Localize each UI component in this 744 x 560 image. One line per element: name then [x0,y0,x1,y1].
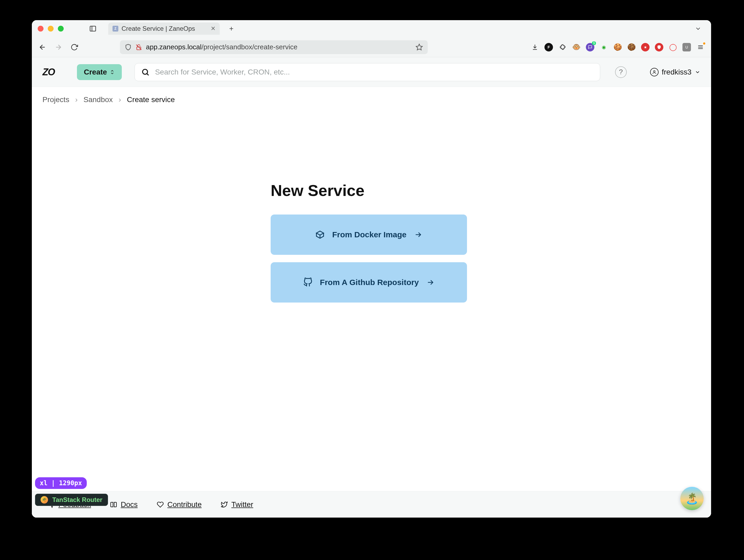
chevron-right-icon: › [75,95,77,104]
option-github-card[interactable]: From A Github Repository [271,262,467,303]
tab-title: Create Service | ZaneOps [121,25,208,32]
new-tab-button[interactable]: + [227,25,236,33]
floating-chat-avatar[interactable]: 🏝️ [680,487,704,510]
extension-icon[interactable] [655,43,663,51]
shield-icon [125,44,132,51]
svg-rect-0 [90,26,96,31]
extension-icon[interactable]: ◉ [600,43,608,51]
lock-insecure-icon [135,44,142,51]
extension-icon[interactable]: F [545,43,553,51]
window-minimize-button[interactable] [48,26,53,32]
app-logo[interactable]: ZO [42,67,55,78]
browser-window: Z Create Service | ZaneOps ✕ + app.zaneo… [32,20,711,518]
tab-close-icon[interactable]: ✕ [211,25,216,32]
github-icon [303,278,312,287]
extension-icon[interactable]: 🍪 [627,43,636,51]
tab-favicon: Z [112,26,118,32]
chevron-updown-icon [110,70,115,75]
breadcrumb: Projects › Sandbox › Create service [32,87,711,112]
arrow-right-icon [426,278,435,287]
tanstack-label: TanStack Router [52,496,103,504]
sidebar-toggle-icon[interactable] [89,25,97,32]
user-menu[interactable]: fredkiss3 [650,68,701,76]
svg-point-11 [143,69,148,74]
chevron-down-icon [695,69,701,75]
browser-tab[interactable]: Z Create Service | ZaneOps ✕ [108,23,220,35]
footer-contribute-link[interactable]: Contribute [157,501,202,509]
window-close-button[interactable] [38,26,43,32]
nav-back-button[interactable] [38,43,47,51]
search-input[interactable] [155,68,594,76]
arrow-right-icon [414,230,422,239]
browser-menu-icon[interactable] [696,43,705,51]
svg-line-12 [147,74,149,75]
app-header: ZO Create ? fredkiss3 [32,57,711,87]
tanstack-logo-icon: 🌴 [41,496,48,504]
traffic-lights [38,26,64,32]
breadcrumb-item-current: Create service [127,95,175,104]
footer-link-label: Twitter [231,501,253,509]
url-text: app.zaneops.local/project/sandbox/create… [146,43,412,51]
extension-icon[interactable]: 🍪 [613,43,622,51]
extension-icon[interactable]: 🐵 [572,43,581,51]
footer-twitter-link[interactable]: Twitter [221,501,253,509]
downloads-icon[interactable] [531,43,539,51]
footer-docs-link[interactable]: Docs [110,501,138,509]
url-bar[interactable]: app.zaneops.local/project/sandbox/create… [120,40,428,54]
footer-link-label: Contribute [168,501,202,509]
extension-icon[interactable]: ◯ [669,43,677,51]
user-avatar-icon [650,68,659,76]
breadcrumb-item[interactable]: Sandbox [83,95,113,104]
breakpoint-badge: xl | 1290px [35,477,87,489]
user-name: fredkiss3 [662,68,692,76]
extensions-menu-icon[interactable] [558,43,567,51]
extension-icon[interactable]: ★ [641,43,649,51]
window-maximize-button[interactable] [58,26,64,32]
extension-icon[interactable]: 9 [586,43,594,51]
nav-reload-button[interactable] [70,43,79,51]
browser-tabbar: Z Create Service | ZaneOps ✕ + [32,20,711,37]
search-bar[interactable] [135,63,600,81]
nav-forward-button[interactable] [54,43,63,51]
browser-navbar: app.zaneops.local/project/sandbox/create… [32,37,711,57]
twitter-icon [221,501,228,508]
option-docker-card[interactable]: From Docker Image [271,214,467,255]
svg-point-13 [654,71,655,72]
option-label: From A Github Repository [320,278,419,287]
extension-icons: F 🐵 9 ◉ 🍪 🍪 ★ ◯ U [531,43,705,51]
option-label: From Docker Image [332,230,407,239]
heart-hand-icon [157,501,164,508]
extension-icon[interactable]: U [682,43,691,51]
svg-marker-6 [416,44,422,50]
book-icon [110,501,117,508]
breadcrumb-item[interactable]: Projects [42,95,69,104]
bookmark-star-icon[interactable] [415,43,423,51]
search-icon [141,68,150,76]
app-viewport: ZO Create ? fredkiss3 Projects › Sandbox [32,57,711,518]
chevron-right-icon: › [119,95,121,104]
box-icon [315,230,325,239]
create-button[interactable]: Create [77,64,122,80]
create-button-label: Create [84,68,107,76]
footer-link-label: Docs [121,501,138,509]
main-content: New Service From Docker Image From A Git… [32,112,711,518]
tanstack-devtools-badge[interactable]: 🌴 TanStack Router [35,494,108,506]
app-footer: Feedback Docs Contribute Twitter [32,491,711,518]
help-button[interactable]: ? [615,66,627,78]
page-title: New Service [271,182,472,200]
tab-overflow-icon[interactable] [695,25,702,32]
